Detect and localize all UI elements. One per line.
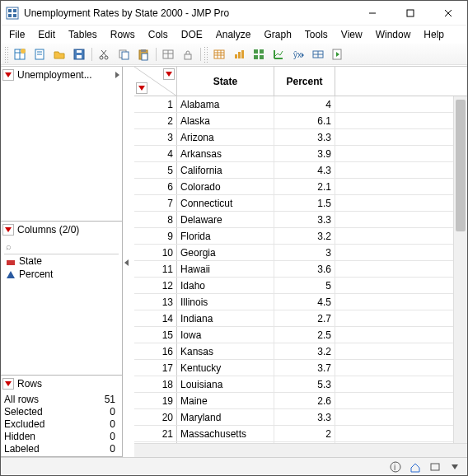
save-icon[interactable] [70, 45, 88, 63]
fit-model-icon[interactable]: ŷx [289, 45, 307, 63]
minimize-button[interactable] [353, 1, 391, 26]
cell-percent[interactable]: 4 [274, 96, 335, 112]
cut-icon[interactable] [95, 45, 113, 63]
cell-state[interactable]: Arizona [177, 129, 274, 145]
columns-search-input[interactable] [4, 240, 119, 254]
cell-state[interactable]: Maine [177, 393, 274, 408]
menu-view[interactable]: View [335, 27, 369, 42]
cell-percent[interactable]: 3.2 [274, 343, 335, 359]
menu-cols[interactable]: Cols [142, 27, 175, 42]
table-row[interactable]: 5California4.3 [134, 162, 467, 179]
menu-help[interactable]: Help [417, 27, 451, 42]
menu-graph[interactable]: Graph [257, 27, 297, 42]
table-row[interactable]: 18Louisiana5.3 [134, 376, 467, 393]
menu-analyze[interactable]: Analyze [209, 27, 258, 42]
menu-file[interactable]: File [2, 27, 31, 42]
menu-doe[interactable]: DOE [175, 27, 209, 42]
row-number[interactable]: 21 [134, 426, 177, 441]
row-number[interactable]: 9 [134, 228, 177, 244]
column-header-percent[interactable]: Percent [274, 67, 335, 96]
cell-state[interactable]: Indiana [177, 310, 274, 326]
cell-state[interactable]: Michigan [177, 442, 274, 443]
row-number[interactable]: 2 [134, 113, 177, 128]
cell-percent[interactable]: 2.5 [274, 327, 335, 343]
section-expand-icon[interactable] [114, 71, 120, 79]
cell-state[interactable]: Louisiana [177, 376, 274, 392]
fit-y-icon[interactable] [269, 45, 288, 63]
row-number[interactable]: 22 [134, 442, 177, 443]
row-number[interactable]: 8 [134, 212, 177, 227]
columns-section-header[interactable]: Columns (2/0) [1, 222, 122, 238]
grid-view-icon[interactable] [210, 45, 228, 63]
cell-state[interactable]: Alaska [177, 113, 274, 128]
new-script-icon[interactable] [30, 45, 49, 63]
table-row[interactable]: 1Alabama4 [134, 96, 467, 113]
cell-percent[interactable]: 3.4 [274, 442, 335, 443]
grid-corner[interactable] [134, 67, 177, 96]
rows-menu-icon[interactable] [136, 82, 147, 94]
menu-rows[interactable]: Rows [104, 27, 142, 42]
cell-state[interactable]: Maryland [177, 409, 274, 425]
table-section-header[interactable]: Unemployment... [1, 67, 122, 83]
row-number[interactable]: 4 [134, 146, 177, 161]
copy-icon[interactable] [115, 45, 133, 63]
table-row[interactable]: 21Massachusetts2 [134, 426, 467, 442]
cell-percent[interactable]: 3.3 [274, 409, 335, 425]
table-row[interactable]: 16Kansas3.2 [134, 343, 467, 360]
table-row[interactable]: 22Michigan3.4 [134, 442, 467, 443]
cell-state[interactable]: Illinois [177, 294, 274, 310]
row-number[interactable]: 14 [134, 310, 177, 326]
row-number[interactable]: 13 [134, 294, 177, 310]
row-number[interactable]: 15 [134, 327, 177, 343]
cell-percent[interactable]: 3.3 [274, 129, 335, 145]
row-number[interactable]: 5 [134, 162, 177, 178]
table-row[interactable]: 9Florida3.2 [134, 228, 467, 245]
cell-percent[interactable]: 2.1 [274, 179, 335, 194]
cell-percent[interactable]: 3.9 [274, 146, 335, 161]
menu-tools[interactable]: Tools [298, 27, 335, 42]
maximize-button[interactable] [391, 1, 429, 26]
cell-state[interactable]: Kentucky [177, 360, 274, 376]
table-row[interactable]: 4Arkansas3.9 [134, 146, 467, 162]
cell-percent[interactable]: 2.7 [274, 310, 335, 326]
table-icon[interactable] [159, 45, 177, 63]
menu-edit[interactable]: Edit [31, 27, 62, 42]
table-row[interactable]: 13Illinois4.5 [134, 294, 467, 310]
row-number[interactable]: 1 [134, 96, 177, 112]
cell-state[interactable]: California [177, 162, 274, 178]
cell-percent[interactable]: 3 [274, 245, 335, 260]
cell-percent[interactable]: 3.7 [274, 360, 335, 376]
table-row[interactable]: 11Hawaii3.6 [134, 261, 467, 278]
home-icon[interactable] [408, 460, 423, 474]
toolbar-grip[interactable] [4, 46, 9, 63]
cell-state[interactable]: Hawaii [177, 261, 274, 277]
cell-state[interactable]: Kansas [177, 343, 274, 359]
row-number[interactable]: 17 [134, 360, 177, 376]
open-icon[interactable] [50, 45, 68, 63]
table-row[interactable]: 19Maine2.6 [134, 393, 467, 409]
cell-state[interactable]: Colorado [177, 179, 274, 194]
script-run-icon[interactable] [329, 45, 347, 63]
cell-state[interactable]: Arkansas [177, 146, 274, 161]
columns-disclosure-icon[interactable] [2, 224, 14, 236]
profiler-icon[interactable] [309, 45, 327, 63]
table-row[interactable]: 2Alaska6.1 [134, 113, 467, 129]
column-item-percent[interactable]: Percent [4, 268, 119, 281]
close-button[interactable] [429, 1, 467, 26]
info-icon[interactable]: i [388, 460, 403, 474]
table-row[interactable]: 17Kentucky3.7 [134, 360, 467, 376]
columns-menu-icon[interactable] [163, 68, 175, 80]
row-number[interactable]: 16 [134, 343, 177, 359]
row-number[interactable]: 11 [134, 261, 177, 277]
cell-percent[interactable]: 4.3 [274, 162, 335, 178]
cell-state[interactable]: Delaware [177, 212, 274, 227]
table-row[interactable]: 20Maryland3.3 [134, 409, 467, 426]
cell-percent[interactable]: 4.5 [274, 294, 335, 310]
cell-state[interactable]: Georgia [177, 245, 274, 260]
paste-icon[interactable] [134, 45, 152, 63]
table-row[interactable]: 15Iowa2.5 [134, 327, 467, 343]
row-number[interactable]: 7 [134, 195, 177, 211]
table-row[interactable]: 10Georgia3 [134, 245, 467, 261]
cell-percent[interactable]: 2.6 [274, 393, 335, 408]
table-row[interactable]: 14Indiana2.7 [134, 310, 467, 327]
